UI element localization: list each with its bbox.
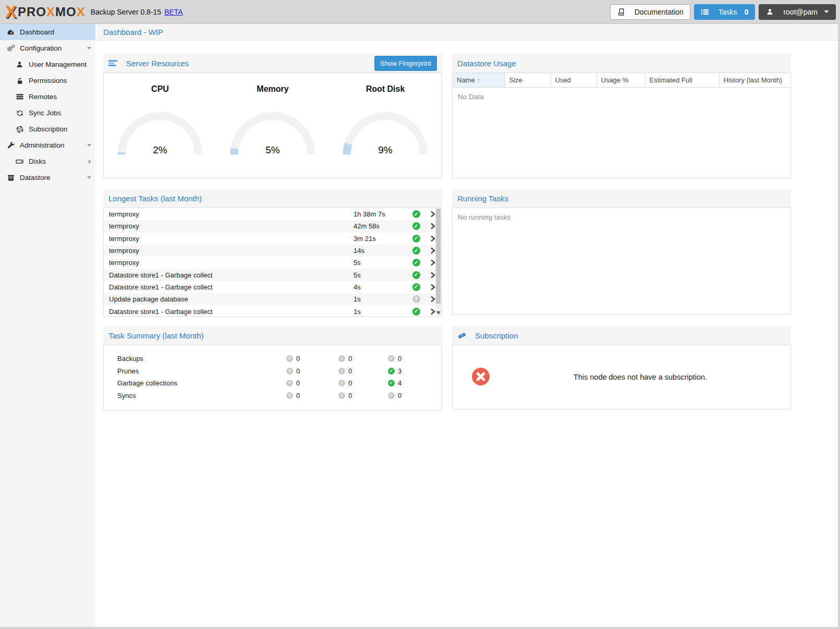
task-row[interactable]: termproxy 14s ✓ — [104, 245, 442, 257]
sidebar-item-user-management[interactable]: User Management — [0, 56, 95, 72]
sidebar-item-subscription[interactable]: Subscription — [0, 121, 95, 137]
tasks-label: Tasks — [719, 8, 737, 16]
subscription-message: This node does not have a subscription. — [490, 373, 790, 381]
sidebar-item-label: Dashboard — [20, 28, 54, 36]
task-row[interactable]: termproxy 42m 58s ✓ — [104, 220, 442, 232]
panel-title: Longest Tasks (last Month) — [108, 194, 202, 203]
sidebar-item-administration[interactable]: Administration — [0, 137, 95, 153]
task-duration: 1h 38m 7s — [354, 210, 408, 218]
expander-right-icon[interactable] — [89, 160, 91, 164]
ok-count: 0 — [398, 355, 401, 362]
user-menu-button[interactable]: root@pam — [759, 4, 836, 20]
ok-count-icon: ✓ — [388, 392, 395, 399]
warning-count-icon: ! — [338, 355, 345, 362]
ok-count: 0 — [398, 392, 401, 400]
longest-tasks-panel: Longest Tasks (last Month) termproxy 1h … — [103, 189, 442, 317]
ticket-icon — [457, 332, 466, 340]
task-row[interactable]: termproxy 5s ✓ — [104, 257, 442, 269]
scrollbar-down-arrow-icon[interactable] — [436, 311, 441, 314]
datastore-usage-body: Name↑ Size Used Usage % Estimated Full H… — [452, 72, 791, 178]
gauge-value: 2% — [113, 144, 207, 156]
error-count: 0 — [296, 355, 300, 362]
subscription-header: Subscription — [452, 326, 791, 345]
sidebar-item-label: Permissions — [29, 77, 67, 84]
task-row[interactable]: Datastore store1 - Garbage collect 5s ✓ — [104, 269, 442, 281]
sidebar-item-label: Disks — [29, 158, 46, 165]
sidebar-item-label: Administration — [20, 141, 65, 149]
scrollbar[interactable] — [435, 209, 441, 316]
expander-down-icon[interactable] — [87, 176, 91, 179]
error-count-icon: × — [286, 355, 293, 362]
sidebar-item-disks[interactable]: Disks — [0, 153, 95, 170]
panel-title: Subscription — [475, 331, 518, 340]
sidebar-item-label: Configuration — [20, 44, 62, 52]
column-header-name[interactable]: Name↑ — [453, 73, 505, 88]
warning-count: 0 — [348, 355, 352, 362]
expander-down-icon[interactable] — [87, 144, 91, 147]
column-header-size[interactable]: Size — [505, 73, 551, 88]
warning-count-icon: ! — [338, 380, 345, 386]
user-icon — [15, 61, 24, 68]
warning-count-icon: ! — [338, 392, 345, 399]
ok-count: 4 — [398, 379, 401, 387]
gauge-label: Memory — [216, 84, 329, 94]
datastore-usage-header: Datastore Usage — [452, 54, 791, 72]
documentation-button[interactable]: Documentation — [610, 4, 690, 20]
expander-down-icon[interactable] — [87, 47, 91, 50]
root-disk-gauge: Root Disk 9% — [329, 84, 442, 156]
longest-tasks-body: termproxy 1h 38m 7s ✓ termproxy 42m 58s … — [103, 208, 442, 317]
gauge-label: Root Disk — [329, 84, 442, 94]
task-duration: 14s — [354, 247, 408, 255]
show-fingerprint-button[interactable]: Show Fingerprint — [374, 56, 437, 71]
sidebar-item-datastore[interactable]: Datastore — [0, 170, 95, 186]
task-duration: 4s — [354, 283, 408, 291]
task-status-icon: ✓ — [412, 271, 420, 279]
warning-count: 0 — [348, 392, 352, 400]
task-status-icon: ✓ — [412, 210, 420, 218]
sidebar-item-dashboard[interactable]: Dashboard — [0, 24, 95, 40]
summary-label: Backups — [117, 355, 286, 362]
no-running-tasks-text: No running tasks — [453, 208, 790, 226]
panel-title: Running Tasks — [457, 194, 508, 203]
task-name: termproxy — [109, 247, 354, 255]
sidebar-item-remotes[interactable]: Remotes — [0, 89, 95, 105]
task-row[interactable]: Datastore store1 - Garbage collect 4s ✓ — [104, 281, 442, 293]
task-summary-panel: Task Summary (last Month) Backups ×0 !0 … — [103, 326, 442, 410]
task-status-icon: ✓ — [412, 259, 420, 267]
sidebar-item-label: User Management — [29, 61, 87, 68]
documentation-label: Documentation — [635, 8, 684, 16]
panel-title: Task Summary (last Month) — [108, 331, 204, 340]
task-row[interactable]: termproxy 3m 21s ✓ — [104, 233, 442, 245]
task-name: Datastore store1 - Garbage collect — [109, 271, 354, 279]
beta-link[interactable]: BETA — [164, 8, 183, 16]
error-count-icon: × — [286, 368, 293, 374]
running-tasks-header: Running Tasks — [452, 189, 791, 208]
running-tasks-panel: Running Tasks No running tasks — [452, 189, 791, 314]
column-header-usage-pct[interactable]: Usage % — [596, 73, 645, 88]
error-count: 0 — [296, 392, 300, 400]
task-row[interactable]: Update package database 1s ? — [104, 293, 442, 305]
sidebar-item-configuration[interactable]: Configuration — [0, 40, 95, 56]
task-status-icon: ✓ — [412, 308, 420, 316]
task-row[interactable]: Datastore store1 - Garbage collect 1s ✓ — [104, 305, 442, 317]
memory-gauge: Memory 5% — [216, 84, 329, 156]
column-header-used[interactable]: Used — [551, 73, 596, 88]
summary-label: Prunes — [117, 367, 286, 375]
app-frame: Dashboard Configuration User Management … — [0, 24, 838, 627]
subscription-body: This node does not have a subscription. — [452, 345, 791, 409]
sidebar-item-sync-jobs[interactable]: Sync Jobs — [0, 105, 95, 121]
archive-box-icon — [6, 174, 15, 182]
sort-asc-icon: ↑ — [477, 76, 481, 84]
gauge-value: 9% — [338, 144, 432, 156]
subscription-panel: Subscription This node does not have a s… — [452, 326, 791, 409]
column-header-history[interactable]: History (last Month) — [719, 73, 790, 88]
server-resources-panel: Server Resources Show Fingerprint CPU 2% — [103, 54, 442, 178]
sidebar-item-permissions[interactable]: Permissions — [0, 72, 95, 89]
tasks-button[interactable]: Tasks 0 — [694, 4, 756, 20]
column-header-estimated-full[interactable]: Estimated Full — [645, 73, 719, 88]
task-name: termproxy — [109, 222, 354, 230]
task-row[interactable]: termproxy 1h 38m 7s ✓ — [104, 208, 442, 220]
scrollbar-thumb[interactable] — [436, 209, 441, 304]
task-name: Datastore store1 - Garbage collect — [109, 308, 354, 316]
user-icon — [765, 8, 774, 16]
